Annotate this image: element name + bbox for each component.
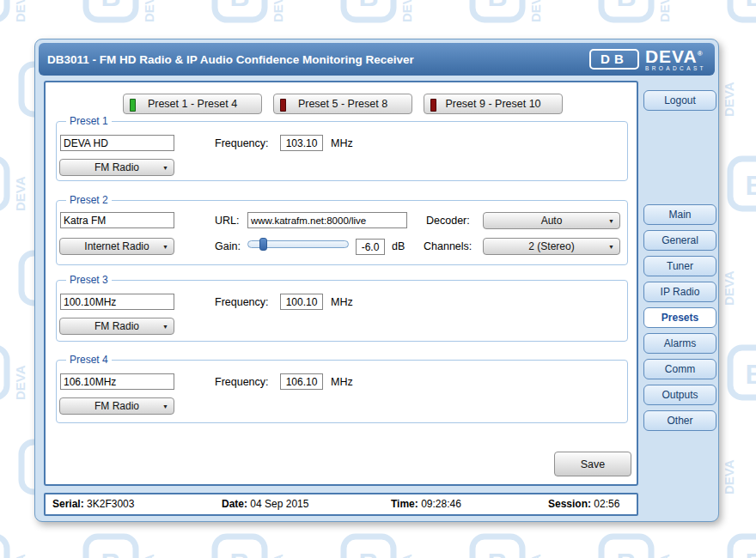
preset-group-button-9-10[interactable]: Preset 9 - Preset 10 [424, 94, 563, 114]
frequency-label: Frequency: [215, 296, 269, 308]
svg-text:DEVA: DEVA [13, 176, 27, 211]
svg-text:B: B [101, 0, 120, 12]
selected-option-label: Internet Radio [84, 240, 149, 252]
svg-text:B: B [101, 548, 120, 558]
svg-text:B: B [745, 0, 756, 12]
serial-value: 3K2F3003 [87, 498, 134, 510]
selected-option-label: FM Radio [94, 161, 139, 173]
sidebar-item-main[interactable]: Main [643, 204, 716, 225]
frequency-label: Frequency: [215, 376, 269, 388]
preset-group-button-1-4[interactable]: Preset 1 - Preset 4 [123, 94, 262, 114]
logout-button[interactable]: Logout [643, 90, 716, 111]
decoder-select[interactable]: Auto ▼ [483, 212, 620, 229]
svg-text:DEVA: DEVA [13, 554, 27, 558]
svg-text:B: B [745, 548, 756, 558]
preset-2-name-input[interactable] [60, 212, 174, 228]
sidebar-item-alarms[interactable]: Alarms [643, 333, 716, 354]
chevron-down-icon: ▼ [608, 244, 614, 250]
svg-text:DEVA: DEVA [722, 82, 736, 117]
preset-3-frequency-input[interactable] [280, 294, 323, 310]
sidebar-item-general[interactable]: General [643, 230, 716, 251]
gain-unit-label: dB [392, 240, 405, 252]
svg-text:B: B [229, 0, 249, 12]
svg-text:B: B [487, 548, 507, 558]
inactive-led-icon [280, 99, 286, 112]
svg-text:DEVA: DEVA [271, 0, 285, 22]
preset-1-type-select[interactable]: FM Radio ▼ [59, 159, 174, 176]
svg-text:DEVA: DEVA [399, 554, 414, 558]
sidebar-item-tuner[interactable]: Tuner [643, 256, 716, 276]
channels-label: Channels: [424, 240, 472, 252]
page-title: DB3011 - FM HD Radio & IP Audio Confiden… [47, 53, 414, 66]
logo-sub-text: BROADCAST [645, 66, 706, 72]
serial-field: Serial: 3K2F3003 [52, 498, 134, 510]
chevron-down-icon: ▼ [162, 165, 168, 171]
sidebar-item-presets[interactable]: Presets [643, 307, 716, 328]
frequency-label: Frequency: [215, 137, 269, 149]
fieldset-legend: Preset 1 [66, 115, 112, 127]
svg-text:DEVA: DEVA [528, 554, 543, 558]
fieldset-legend: Preset 3 [66, 274, 112, 286]
svg-text:DEVA: DEVA [657, 0, 672, 22]
selected-option-label: Auto [541, 215, 563, 227]
deva-logo: DB DEVA® BROADCAST [589, 47, 706, 72]
decoder-label: Decoder: [426, 215, 470, 227]
selected-option-label: 2 (Stereo) [528, 240, 574, 252]
sidebar-item-other[interactable]: Other [643, 410, 716, 431]
fieldset-legend: Preset 2 [66, 194, 112, 206]
gain-label: Gain: [215, 240, 241, 252]
svg-text:DEVA: DEVA [13, 365, 27, 400]
preset-group-button-5-8[interactable]: Preset 5 - Preset 8 [273, 94, 412, 114]
status-bar: Serial: 3K2F3003 Date: 04 Sep 2015 Time:… [44, 493, 638, 516]
preset-group-label: Preset 5 - Preset 8 [298, 98, 387, 110]
gain-slider-thumb[interactable] [259, 238, 267, 251]
inactive-led-icon [430, 99, 436, 112]
time-label: Time: [391, 498, 418, 510]
preset-1-name-input[interactable] [60, 135, 174, 151]
svg-text:B: B [358, 0, 378, 12]
content-panel: Preset 1 - Preset 4 Preset 5 - Preset 8 … [44, 81, 638, 486]
sidebar-item-outputs[interactable]: Outputs [643, 385, 716, 405]
preset-4-frequency-input[interactable] [280, 373, 323, 390]
gain-value-input[interactable] [356, 239, 385, 255]
preset-4-type-select[interactable]: FM Radio ▼ [59, 397, 174, 415]
chevron-down-icon: ▼ [162, 244, 168, 250]
save-button[interactable]: Save [554, 452, 631, 476]
preset-group-label: Preset 9 - Preset 10 [445, 98, 540, 110]
chevron-down-icon: ▼ [608, 218, 614, 224]
titlebar: DB3011 - FM HD Radio & IP Audio Confiden… [39, 43, 715, 76]
preset-3-fieldset: Preset 3 Frequency: MHz FM Radio ▼ [56, 280, 628, 342]
sidebar-item-ip-radio[interactable]: IP Radio [643, 282, 716, 302]
svg-text:DEVA: DEVA [722, 459, 736, 494]
gain-slider[interactable] [247, 240, 349, 248]
sidebar-item-comm[interactable]: Comm [643, 359, 716, 379]
preset-2-url-input[interactable] [247, 212, 407, 228]
svg-text:B: B [358, 548, 378, 558]
svg-text:DEVA: DEVA [271, 554, 285, 558]
preset-1-fieldset: Preset 1 Frequency: MHz FM Radio ▼ [56, 121, 628, 181]
preset-2-type-select[interactable]: Internet Radio ▼ [59, 238, 174, 255]
svg-text:DEVA: DEVA [399, 0, 414, 22]
preset-3-name-input[interactable] [60, 294, 174, 310]
svg-text:DEVA: DEVA [13, 0, 27, 22]
app-window: DB3011 - FM HD Radio & IP Audio Confiden… [34, 39, 719, 522]
preset-group-label: Preset 1 - Preset 4 [148, 98, 237, 110]
chevron-down-icon: ▼ [162, 403, 168, 409]
deva-db-icon: DB [589, 49, 639, 70]
preset-3-type-select[interactable]: FM Radio ▼ [59, 318, 174, 335]
preset-1-frequency-input[interactable] [280, 135, 323, 151]
svg-text:B: B [745, 359, 756, 390]
url-label: URL: [215, 215, 239, 227]
date-field: Date: 04 Sep 2015 [222, 498, 308, 510]
preset-4-name-input[interactable] [60, 373, 174, 390]
preset-4-fieldset: Preset 4 Frequency: MHz FM Radio ▼ [56, 360, 628, 423]
chevron-down-icon: ▼ [162, 324, 168, 330]
svg-text:DEVA: DEVA [657, 554, 672, 558]
preset-2-fieldset: Preset 2 URL: Decoder: Auto ▼ Internet R… [56, 200, 628, 265]
svg-text:B: B [616, 548, 636, 558]
frequency-unit-label: MHz [331, 137, 353, 149]
date-label: Date: [222, 498, 247, 510]
time-field: Time: 09:28:46 [391, 498, 461, 510]
channels-select[interactable]: 2 (Stereo) ▼ [483, 238, 620, 255]
active-led-icon [130, 99, 136, 112]
